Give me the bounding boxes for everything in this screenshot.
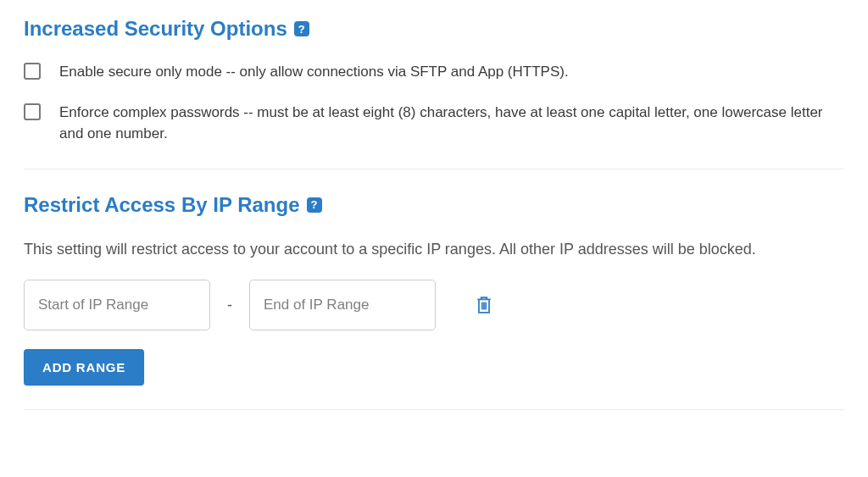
ip-restrict-heading: Restrict Access By IP Range ? <box>24 193 844 217</box>
ip-restrict-section: Restrict Access By IP Range ? This setti… <box>24 193 844 411</box>
ip-range-separator: - <box>224 297 236 314</box>
ip-range-row: - <box>24 280 844 330</box>
complex-passwords-label[interactable]: Enforce complex passwords -- must be at … <box>59 102 844 145</box>
secure-only-mode-row: Enable secure only mode -- only allow co… <box>24 61 844 83</box>
secure-only-mode-label[interactable]: Enable secure only mode -- only allow co… <box>59 61 569 83</box>
security-options-section: Increased Security Options ? Enable secu… <box>24 17 844 169</box>
trash-icon <box>476 296 492 314</box>
ip-end-input[interactable] <box>249 280 436 330</box>
delete-range-button[interactable] <box>470 291 498 319</box>
secure-only-mode-checkbox[interactable] <box>24 63 41 80</box>
add-range-button[interactable]: ADD RANGE <box>24 349 144 385</box>
complex-passwords-checkbox[interactable] <box>24 103 41 120</box>
help-icon[interactable]: ? <box>294 21 309 36</box>
complex-passwords-row: Enforce complex passwords -- must be at … <box>24 102 844 145</box>
security-options-heading: Increased Security Options ? <box>24 17 844 41</box>
ip-restrict-heading-text: Restrict Access By IP Range <box>24 193 300 217</box>
security-options-heading-text: Increased Security Options <box>24 17 287 41</box>
ip-restrict-description: This setting will restrict access to you… <box>24 237 844 262</box>
ip-start-input[interactable] <box>24 280 210 330</box>
help-icon[interactable]: ? <box>307 197 322 213</box>
